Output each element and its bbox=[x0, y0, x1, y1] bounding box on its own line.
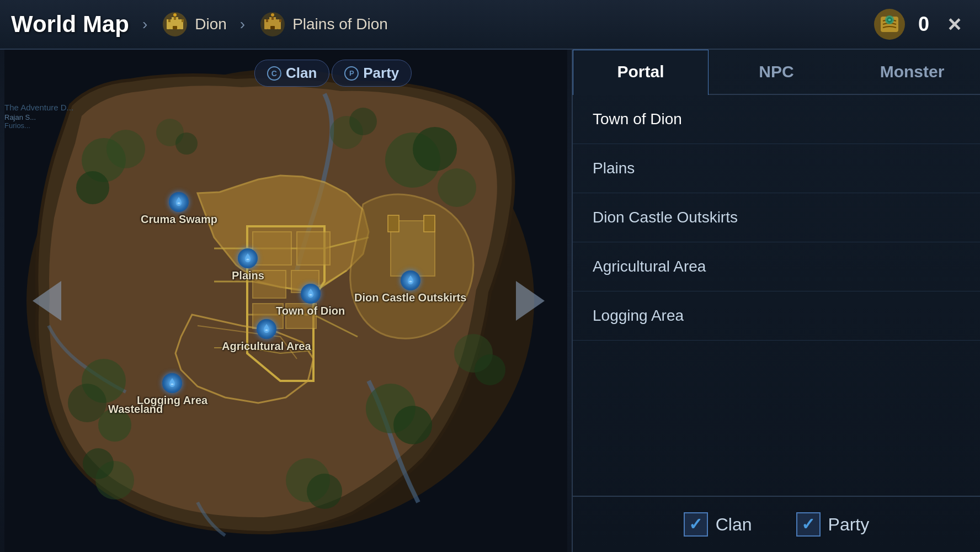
breadcrumb-arrow-1: › bbox=[142, 15, 147, 33]
player-info: Rajan S... Furios... bbox=[0, 113, 38, 130]
svg-rect-33 bbox=[297, 232, 330, 265]
adventure-hint: The Adventure D... bbox=[0, 100, 78, 114]
svg-point-57 bbox=[475, 354, 505, 385]
portal-item-agricultural-area[interactable]: Agricultural Area bbox=[573, 242, 980, 291]
breadcrumb-dion-label: Dion bbox=[195, 15, 227, 33]
marker-wasteland[interactable]: Wasteland bbox=[108, 403, 163, 416]
right-arrow-icon bbox=[516, 281, 545, 321]
breadcrumb-dion[interactable]: Dion bbox=[161, 10, 227, 39]
svg-rect-21 bbox=[269, 17, 271, 20]
breadcrumb-plains-label: Plains of Dion bbox=[292, 15, 388, 33]
svg-rect-8 bbox=[172, 17, 174, 20]
svg-rect-7 bbox=[182, 19, 184, 22]
svg-rect-40 bbox=[424, 215, 435, 232]
nav-arrow-left[interactable] bbox=[28, 273, 66, 328]
dion-castle-icon bbox=[161, 10, 189, 39]
checkbox-clan[interactable]: ✓ Clan bbox=[684, 512, 752, 537]
svg-rect-39 bbox=[388, 215, 399, 232]
marker-cruma-swamp[interactable]: Cruma Swamp bbox=[141, 192, 217, 226]
clan-filter-button[interactable]: C Clan bbox=[254, 60, 329, 87]
svg-point-61 bbox=[307, 474, 342, 509]
teleport-icon-logging bbox=[162, 373, 182, 393]
svg-rect-23 bbox=[274, 17, 276, 20]
svg-rect-18 bbox=[266, 19, 268, 22]
marker-town-of-dion[interactable]: Town of Dion bbox=[276, 284, 345, 317]
nav-arrow-right[interactable] bbox=[511, 273, 550, 328]
svg-point-25 bbox=[271, 13, 274, 17]
party-filter-icon: P bbox=[344, 66, 359, 81]
header-bar: World Map › Dion › bbox=[0, 0, 980, 50]
svg-rect-22 bbox=[271, 17, 274, 20]
tab-portal[interactable]: Portal bbox=[573, 50, 709, 95]
svg-rect-1 bbox=[167, 22, 170, 29]
party-filter-label: Party bbox=[363, 65, 399, 82]
svg-rect-14 bbox=[264, 22, 268, 29]
svg-rect-11 bbox=[173, 26, 177, 29]
portal-item-plains[interactable]: Plains bbox=[573, 144, 980, 193]
clan-checkbox-label: Clan bbox=[716, 514, 752, 535]
tab-row: Portal NPC Monster bbox=[573, 50, 980, 95]
svg-rect-10 bbox=[176, 17, 178, 20]
marker-castle-label: Dion Castle Outskirts bbox=[354, 291, 466, 304]
svg-rect-24 bbox=[270, 26, 275, 29]
marker-agri-label: Agricultural Area bbox=[222, 340, 311, 353]
header-right: 0 × bbox=[872, 7, 969, 42]
svg-point-53 bbox=[175, 132, 198, 155]
tab-npc[interactable]: NPC bbox=[709, 50, 844, 94]
teleport-icon-cruma bbox=[169, 192, 189, 212]
party-check-icon: ✓ bbox=[801, 516, 815, 533]
teleport-icon-town bbox=[301, 284, 321, 304]
header-count: 0 bbox=[918, 13, 929, 36]
breadcrumb-arrow-2: › bbox=[240, 15, 245, 33]
map-area: The Adventure D... Rajan S... Furios... … bbox=[0, 50, 572, 552]
party-checkbox[interactable]: ✓ bbox=[796, 512, 821, 537]
svg-point-48 bbox=[393, 406, 432, 444]
svg-rect-3 bbox=[180, 22, 183, 29]
svg-point-42 bbox=[106, 130, 145, 168]
svg-point-59 bbox=[83, 448, 114, 479]
clan-filter-label: Clan bbox=[286, 65, 317, 82]
portal-list: Town of Dion Plains Dion Castle Outskirt… bbox=[573, 95, 980, 496]
right-panel: Portal NPC Monster Town of Dion Plains D… bbox=[572, 50, 980, 552]
marker-town-label: Town of Dion bbox=[276, 305, 345, 317]
svg-rect-9 bbox=[174, 17, 176, 20]
portal-item-logging-area[interactable]: Logging Area bbox=[573, 291, 980, 341]
bottom-bar: ✓ Clan ✓ Party bbox=[573, 496, 980, 552]
checkbox-party[interactable]: ✓ Party bbox=[796, 512, 870, 537]
party-checkbox-label: Party bbox=[828, 514, 870, 535]
portal-item-dion-castle-outskirts[interactable]: Dion Castle Outskirts bbox=[573, 193, 980, 242]
teleport-icon-plains bbox=[238, 248, 258, 268]
plains-castle-icon bbox=[258, 10, 287, 39]
close-button[interactable]: × bbox=[940, 10, 969, 39]
svg-point-43 bbox=[76, 171, 109, 204]
map-filter-bar: C Clan P Party bbox=[254, 60, 412, 87]
clan-check-icon: ✓ bbox=[689, 516, 702, 533]
teleport-icon-agri bbox=[257, 319, 276, 339]
marker-agricultural[interactable]: Agricultural Area bbox=[222, 319, 311, 353]
marker-wasteland-label: Wasteland bbox=[108, 403, 163, 416]
clan-checkbox[interactable]: ✓ bbox=[684, 512, 708, 537]
marker-logging[interactable]: Logging Area bbox=[137, 373, 207, 407]
main-content: The Adventure D... Rajan S... Furios... … bbox=[0, 50, 980, 552]
tab-monster[interactable]: Monster bbox=[844, 50, 980, 94]
teleport-icon-castle bbox=[401, 270, 420, 290]
page-title: World Map bbox=[11, 11, 129, 38]
svg-point-12 bbox=[173, 13, 177, 17]
left-arrow-icon bbox=[33, 281, 61, 321]
scroll-icon bbox=[872, 7, 907, 42]
clan-filter-icon: C bbox=[267, 66, 281, 81]
marker-plains[interactable]: Plains bbox=[232, 248, 264, 282]
svg-point-55 bbox=[349, 108, 377, 135]
marker-plains-label: Plains bbox=[232, 269, 264, 282]
party-filter-button[interactable]: P Party bbox=[332, 60, 412, 87]
portal-item-town-of-dion[interactable]: Town of Dion bbox=[573, 95, 980, 144]
svg-point-46 bbox=[438, 168, 476, 207]
svg-point-45 bbox=[413, 127, 457, 171]
svg-rect-20 bbox=[279, 19, 281, 22]
svg-rect-16 bbox=[278, 22, 281, 29]
breadcrumb-plains-of-dion[interactable]: Plains of Dion bbox=[258, 10, 388, 39]
marker-dion-castle[interactable]: Dion Castle Outskirts bbox=[354, 270, 466, 304]
svg-rect-5 bbox=[168, 19, 171, 22]
marker-cruma-swamp-label: Cruma Swamp bbox=[141, 213, 217, 226]
